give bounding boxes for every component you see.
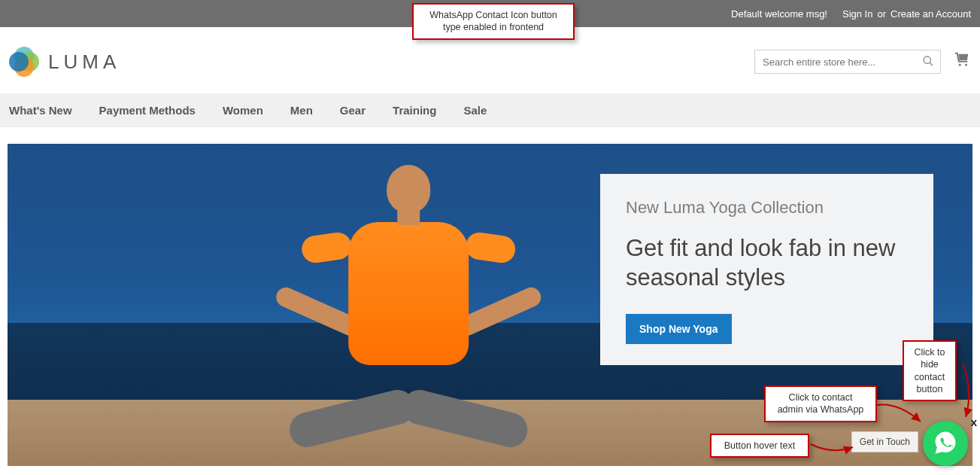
svg-point-0 (924, 56, 930, 63)
nav-item-women[interactable]: Women (223, 104, 263, 117)
svg-point-2 (959, 64, 961, 66)
signin-link[interactable]: Sign In (842, 8, 872, 20)
nav-item-men[interactable]: Men (290, 104, 313, 117)
svg-line-1 (930, 62, 933, 65)
shop-new-yoga-button[interactable]: Shop New Yoga (626, 314, 732, 344)
hero-model-image (281, 144, 536, 466)
search-icon[interactable] (922, 55, 934, 69)
promo-subtitle: New Luma Yoga Collection (626, 198, 908, 218)
arrow-icon (875, 399, 928, 429)
promo-card: New Luma Yoga Collection Get fit and loo… (600, 174, 933, 365)
annotation-hide: Click to hide contact button (903, 340, 957, 401)
welcome-message: Default welcome msg! (731, 8, 827, 20)
store-logo[interactable]: LUMA (9, 47, 120, 77)
search-input[interactable] (763, 56, 922, 68)
logo-icon (9, 47, 39, 77)
svg-point-3 (965, 64, 967, 66)
nav-item-sale[interactable]: Sale (463, 104, 487, 117)
nav-item-gear[interactable]: Gear (340, 104, 366, 117)
arrow-icon (809, 438, 859, 458)
whatsapp-button[interactable] (923, 421, 968, 466)
nav-item-whats-new[interactable]: What's New (9, 104, 72, 117)
link-separator: or (877, 8, 886, 20)
nav-item-training[interactable]: Training (393, 104, 436, 117)
logo-text: LUMA (48, 50, 120, 74)
main-menu: What's New Payment Methods Women Men Gea… (0, 93, 980, 127)
annotation-hover: Button hover text (710, 434, 809, 458)
create-account-link[interactable]: Create an Account (890, 8, 971, 20)
promo-heading: Get fit and look fab in new seasonal sty… (626, 234, 908, 293)
cart-icon[interactable] (953, 51, 971, 72)
header-right (754, 50, 971, 74)
whatsapp-icon (932, 429, 959, 458)
nav-item-payment-methods[interactable]: Payment Methods (99, 104, 196, 117)
annotation-contact: Click to contact admin via WhatsApp (764, 385, 877, 422)
whatsapp-tooltip: Get in Touch (851, 431, 918, 452)
annotation-top: WhatsApp Contact Icon button type enable… (412, 3, 575, 40)
search-box (754, 50, 941, 74)
arrow-icon (955, 361, 975, 422)
